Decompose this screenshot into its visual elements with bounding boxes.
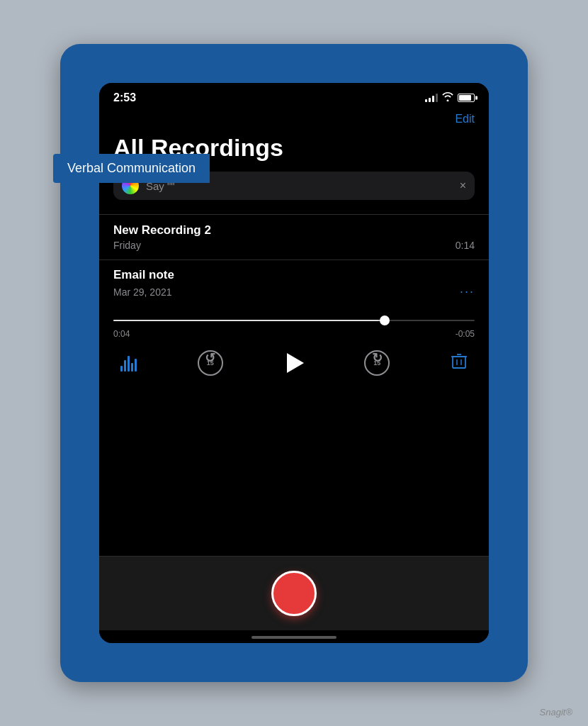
remaining-time: -0:05 <box>456 329 475 339</box>
delete-button[interactable] <box>451 352 468 374</box>
status-icons <box>425 92 475 104</box>
recording-meta: Friday 0:14 <box>113 240 475 251</box>
recording-item[interactable]: New Recording 2 Friday 0:14 <box>113 215 475 259</box>
signal-bars-icon <box>425 94 438 102</box>
progress-fill <box>113 320 385 321</box>
skip-back-button[interactable]: 15 ↺ <box>198 350 223 376</box>
content-area: All Recordings Say "" × New Recording 2 … <box>99 131 489 556</box>
recording-item-expanded[interactable]: Email note Mar 29, 2021 ··· <box>113 259 475 308</box>
recording-title: New Recording 2 <box>113 223 475 238</box>
recording-duration: 0:14 <box>456 240 475 251</box>
home-bar <box>251 636 337 639</box>
play-triangle-icon <box>287 353 304 373</box>
svg-rect-0 <box>453 357 465 368</box>
edit-button[interactable]: Edit <box>455 113 475 125</box>
current-time: 0:04 <box>113 329 130 339</box>
recording-meta-2: Mar 29, 2021 ··· <box>113 284 475 299</box>
waveform-button[interactable] <box>120 354 137 372</box>
more-options-button[interactable]: ··· <box>460 284 475 299</box>
recording-date: Friday <box>113 240 141 251</box>
player-controls: 15 ↺ 15 ↻ <box>113 350 475 376</box>
status-time: 2:53 <box>113 91 136 104</box>
player-section: 0:04 -0:05 15 ↺ <box>113 308 475 384</box>
record-area <box>99 556 489 630</box>
progress-thumb[interactable] <box>380 315 390 325</box>
snagit-label: Snagit® <box>540 707 572 717</box>
play-button[interactable] <box>284 353 304 373</box>
search-clear-button[interactable]: × <box>460 179 466 192</box>
trash-icon <box>451 352 468 371</box>
vc-tab-label: Verbal Communication <box>67 161 196 175</box>
progress-bar[interactable] <box>113 313 475 328</box>
progress-track <box>113 320 475 321</box>
record-button[interactable] <box>271 571 317 616</box>
outer-frame: Verbal Communication 2:53 <box>60 44 528 682</box>
status-bar: 2:53 <box>99 83 489 110</box>
recording-date-2: Mar 29, 2021 <box>113 286 172 298</box>
skip-back-arrow-icon: ↺ <box>205 350 215 366</box>
skip-forward-button[interactable]: 15 ↻ <box>364 350 390 376</box>
battery-icon <box>458 94 475 102</box>
progress-times: 0:04 -0:05 <box>113 329 475 339</box>
snagit-watermark: Snagit® <box>540 707 572 717</box>
recording-title-2: Email note <box>113 268 475 282</box>
home-indicator <box>99 630 489 643</box>
nav-bar: Edit <box>99 110 489 131</box>
wifi-icon <box>442 92 453 104</box>
verbal-communication-tab: Verbal Communication <box>53 154 210 183</box>
skip-forward-arrow-icon: ↻ <box>372 350 383 366</box>
